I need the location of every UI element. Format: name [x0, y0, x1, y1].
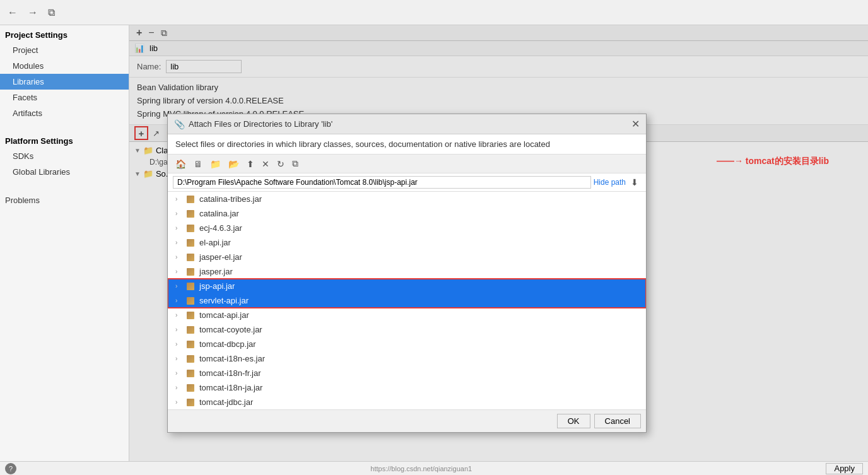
dialog-overlay: 📎 Attach Files or Directories to Library…: [129, 25, 868, 461]
jar-icon: [187, 399, 194, 406]
forward-button[interactable]: →: [25, 6, 40, 20]
download-button[interactable]: ⬇: [628, 176, 641, 189]
main-area: Project Settings Project Modules Librari…: [0, 25, 868, 461]
jar-icon: [187, 239, 194, 247]
expand-icon: ›: [175, 225, 183, 232]
dialog-folder-button[interactable]: 📁: [208, 158, 223, 170]
expand-icon: ›: [175, 370, 183, 377]
project-settings-title: Project Settings: [0, 25, 129, 42]
sidebar-item-modules[interactable]: Modules: [0, 58, 129, 74]
file-name: ecj-4.6.3.jar: [199, 223, 242, 233]
jar-icon: [187, 326, 194, 334]
file-name: servlet-api.jar: [199, 296, 249, 305]
file-row[interactable]: › tomcat-api.jar: [168, 308, 646, 322]
file-name: tomcat-api.jar: [199, 310, 249, 320]
expand-icon: ›: [175, 399, 183, 406]
dialog-path-row: Hide path ⬇: [168, 173, 646, 192]
file-name: tomcat-coyote.jar: [199, 325, 262, 334]
sidebar-item-facets[interactable]: Facets: [0, 90, 129, 105]
status-url: https://blog.csdn.net/qianziguan1: [370, 465, 472, 472]
file-name: jasper.jar: [199, 267, 233, 276]
jar-icon: [187, 283, 194, 290]
sidebar-item-libraries[interactable]: Libraries: [0, 74, 129, 90]
duplicate-button[interactable]: ⧉: [45, 6, 57, 20]
dialog-subtitle: Select files or directories in which lib…: [168, 134, 646, 155]
path-input[interactable]: [173, 176, 591, 189]
file-name: el-api.jar: [199, 238, 231, 247]
jar-icon: [187, 341, 194, 348]
jar-icon: [187, 225, 194, 232]
platform-settings-title: Platform Settings: [0, 131, 129, 148]
file-row[interactable]: › ecj-4.6.3.jar: [168, 221, 646, 235]
jar-icon: [187, 312, 194, 319]
dialog-delete-button[interactable]: ✕: [259, 158, 272, 170]
file-name: tomcat-dbcp.jar: [199, 339, 256, 349]
file-row[interactable]: › jasper-el.jar: [168, 250, 646, 264]
dialog-titlebar: 📎 Attach Files or Directories to Library…: [168, 114, 646, 134]
sidebar-item-project[interactable]: Project: [0, 42, 129, 58]
file-row-servlet-api[interactable]: › servlet-api.jar: [168, 293, 646, 308]
jar-icon: [187, 355, 194, 363]
jar-icon: [187, 196, 194, 203]
expand-icon: ›: [175, 268, 183, 275]
annotation-tomcat: ——→ tomcat的安装目录lib: [717, 156, 829, 167]
expand-icon: ›: [175, 254, 183, 261]
expand-icon: ›: [175, 384, 183, 391]
dialog-folder2-button[interactable]: 📂: [226, 158, 242, 170]
sidebar-item-artifacts[interactable]: Artifacts: [0, 105, 129, 121]
file-row[interactable]: › tomcat-i18n-es.jar: [168, 351, 646, 366]
expand-icon: ›: [175, 341, 183, 348]
dialog-desktop-button[interactable]: 🖥: [191, 158, 205, 170]
file-name: tomcat-i18n-fr.jar: [199, 368, 261, 378]
dialog-cancel-button[interactable]: Cancel: [594, 414, 641, 428]
jar-icon: [187, 254, 194, 261]
dialog-copy-button[interactable]: ⧉: [290, 157, 301, 170]
expand-icon: ›: [175, 326, 183, 333]
help-icon[interactable]: ?: [5, 463, 16, 474]
file-row[interactable]: › jasper.jar: [168, 264, 646, 279]
jar-icon: [187, 370, 194, 377]
file-name: tomcat-i18n-ja.jar: [199, 383, 262, 392]
expand-icon: ›: [175, 283, 183, 290]
right-panel: + − ⧉ 📊 lib Name: Bean Validation librar…: [129, 25, 868, 461]
jar-icon: [187, 210, 194, 218]
sidebar-item-sdks[interactable]: SDKs: [0, 148, 129, 164]
file-row[interactable]: › tomcat-jdbc.jar: [168, 395, 646, 409]
attach-dialog: 📎 Attach Files or Directories to Library…: [167, 114, 647, 433]
selected-group: › jsp-api.jar › servlet-api.jar 开发环境中需要的…: [168, 279, 646, 308]
back-button[interactable]: ←: [5, 6, 20, 20]
platform-settings-section: Platform Settings SDKs Global Libraries: [0, 131, 129, 180]
dialog-refresh-button[interactable]: ↻: [274, 158, 287, 170]
jar-icon: [187, 297, 194, 305]
file-row[interactable]: › catalina-tribes.jar: [168, 192, 646, 206]
dialog-file-list: › catalina-tribes.jar › catalina.jar ›: [168, 192, 646, 409]
top-toolbar: ← → ⧉: [0, 0, 868, 25]
file-name: tomcat-i18n-es.jar: [199, 354, 265, 363]
file-row[interactable]: › tomcat-i18n-ja.jar: [168, 380, 646, 395]
jar-icon: [187, 384, 194, 392]
expand-icon: ›: [175, 312, 183, 319]
sidebar-item-problems[interactable]: Problems: [0, 192, 129, 208]
jar-icon: [187, 268, 194, 276]
dialog-title: 📎 Attach Files or Directories to Library…: [174, 119, 332, 129]
file-row[interactable]: › catalina.jar: [168, 206, 646, 221]
status-bar: ? https://blog.csdn.net/qianziguan1 Appl…: [0, 461, 868, 475]
dialog-ok-button[interactable]: OK: [557, 414, 590, 428]
hide-path-button[interactable]: Hide path: [594, 178, 626, 187]
file-row[interactable]: › tomcat-i18n-fr.jar: [168, 366, 646, 380]
expand-icon: ›: [175, 196, 183, 202]
file-row-jsp-api[interactable]: › jsp-api.jar: [168, 279, 646, 293]
dialog-up-button[interactable]: ⬆: [244, 158, 257, 170]
dialog-close-button[interactable]: ✕: [631, 118, 640, 130]
file-row[interactable]: › tomcat-coyote.jar: [168, 322, 646, 337]
expand-icon: ›: [175, 355, 183, 362]
dialog-actions: OK Cancel: [168, 409, 646, 432]
dialog-toolbar: 🏠 🖥 📁 📂 ⬆ ✕ ↻ ⧉ ——→ tomcat的安装目录lib: [168, 155, 646, 173]
file-row[interactable]: › el-api.jar: [168, 235, 646, 250]
apply-button[interactable]: Apply: [826, 463, 863, 474]
file-name: jasper-el.jar: [199, 252, 242, 262]
file-row[interactable]: › tomcat-dbcp.jar: [168, 337, 646, 351]
dialog-home-button[interactable]: 🏠: [173, 158, 189, 170]
expand-icon: ›: [175, 239, 183, 246]
sidebar-item-global-libraries[interactable]: Global Libraries: [0, 164, 129, 180]
